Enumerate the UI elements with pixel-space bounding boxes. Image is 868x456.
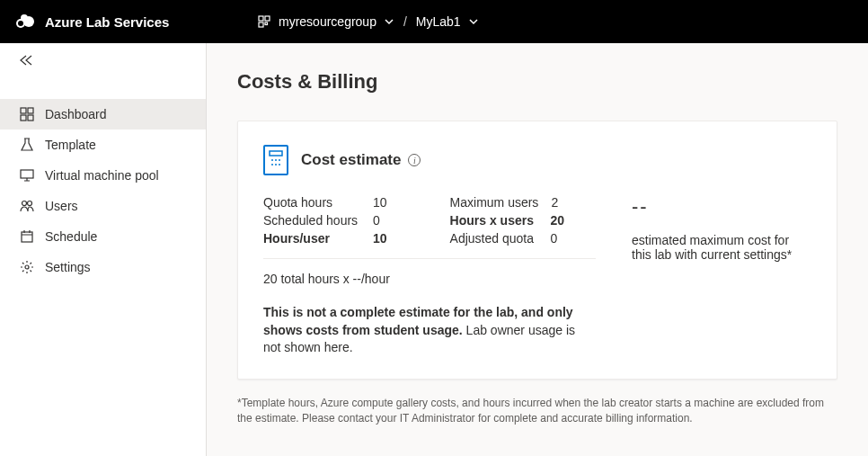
sidebar-item-users[interactable]: Users [0, 191, 206, 221]
sidebar-item-vm-pool[interactable]: Virtual machine pool [0, 160, 206, 191]
card-title-wrap: Cost estimate i [301, 151, 421, 169]
breadcrumb-separator: / [403, 14, 407, 29]
chevron-down-icon [468, 16, 479, 27]
adjusted-quota-value: 0 [551, 231, 558, 246]
chevron-down-icon [384, 16, 394, 27]
quota-hours-value: 10 [373, 195, 387, 210]
users-icon [20, 199, 34, 213]
top-header: Azure Lab Services myresourcegroup / MyL… [0, 0, 868, 43]
monitor-icon [20, 168, 34, 183]
info-icon[interactable]: i [408, 154, 421, 166]
svg-point-13 [22, 201, 27, 206]
svg-point-14 [28, 201, 32, 206]
product-name: Azure Lab Services [45, 14, 169, 30]
page-title: Costs & Billing [237, 70, 837, 94]
flask-icon [20, 138, 34, 152]
resource-group-icon [257, 14, 271, 29]
estimated-cost-value: -- [632, 195, 811, 219]
main-content: Costs & Billing Cost estimate i Quota ho… [207, 43, 868, 456]
max-users-label: Maximum users [450, 195, 539, 210]
sidebar-item-label: Template [45, 138, 96, 152]
sidebar-item-label: Settings [45, 260, 91, 274]
dashboard-icon [20, 107, 34, 121]
adjusted-quota-label: Adjusted quota [450, 231, 538, 246]
sidebar-item-template[interactable]: Template [0, 130, 206, 160]
scheduled-hours-value: 0 [373, 213, 380, 228]
collapse-sidebar-button[interactable] [0, 43, 206, 81]
hours-per-user-label: Hours/user [263, 231, 360, 246]
calculator-icon [263, 145, 288, 175]
svg-point-19 [275, 159, 277, 161]
svg-point-21 [271, 164, 273, 165]
breadcrumb-resource-group[interactable]: myresourcegroup [257, 14, 394, 29]
svg-rect-7 [265, 22, 268, 25]
svg-rect-4 [259, 16, 263, 21]
svg-point-18 [271, 159, 273, 161]
svg-point-23 [279, 164, 280, 165]
quota-hours-label: Quota hours [263, 195, 360, 210]
product-brand[interactable]: Azure Lab Services [14, 11, 248, 32]
svg-point-16 [25, 265, 29, 269]
calendar-icon [20, 229, 34, 244]
scheduled-hours-label: Scheduled hours [263, 213, 360, 228]
svg-rect-8 [21, 108, 26, 113]
svg-point-20 [279, 159, 280, 161]
svg-point-22 [275, 164, 277, 165]
sidebar: Dashboard Template Virtual machine pool … [0, 43, 207, 456]
breadcrumb-rg-label: myresourcegroup [279, 14, 376, 29]
svg-point-2 [21, 14, 28, 22]
sidebar-item-schedule[interactable]: Schedule [0, 221, 206, 252]
estimate-note: This is not a complete estimate for the … [263, 304, 596, 357]
svg-rect-6 [259, 22, 263, 27]
sidebar-item-label: Users [45, 199, 78, 213]
hours-x-users-label: Hours x users [450, 213, 538, 228]
max-users-value: 2 [551, 195, 558, 210]
disclaimer-text: *Template hours, Azure compute gallery c… [237, 396, 837, 426]
estimated-cost-caption: estimated maximum cost for this lab with… [632, 233, 811, 262]
calculation-line: 20 total hours x --/hour [263, 272, 596, 286]
sidebar-item-settings[interactable]: Settings [0, 252, 206, 282]
svg-rect-12 [21, 170, 33, 178]
svg-rect-5 [265, 16, 270, 21]
svg-rect-15 [22, 232, 32, 242]
divider [263, 258, 596, 259]
sidebar-item-label: Schedule [45, 229, 97, 244]
svg-rect-11 [28, 115, 33, 121]
svg-rect-10 [21, 115, 26, 121]
sidebar-item-dashboard[interactable]: Dashboard [0, 99, 206, 130]
hours-per-user-value: 10 [373, 231, 387, 246]
cost-estimate-card: Cost estimate i Quota hours10 Scheduled … [237, 121, 837, 380]
breadcrumb: myresourcegroup / MyLab1 [257, 14, 479, 29]
collapse-icon [18, 54, 34, 67]
svg-rect-17 [270, 151, 282, 156]
breadcrumb-lab[interactable]: MyLab1 [416, 14, 479, 29]
sidebar-item-label: Dashboard [45, 107, 107, 121]
azure-lab-logo-icon [14, 11, 36, 32]
sidebar-item-label: Virtual machine pool [45, 168, 159, 183]
card-title: Cost estimate [301, 151, 401, 169]
breadcrumb-lab-label: MyLab1 [416, 14, 461, 29]
gear-icon [20, 260, 34, 274]
svg-rect-9 [28, 108, 33, 113]
hours-x-users-value: 20 [551, 213, 565, 228]
svg-point-3 [18, 21, 23, 26]
